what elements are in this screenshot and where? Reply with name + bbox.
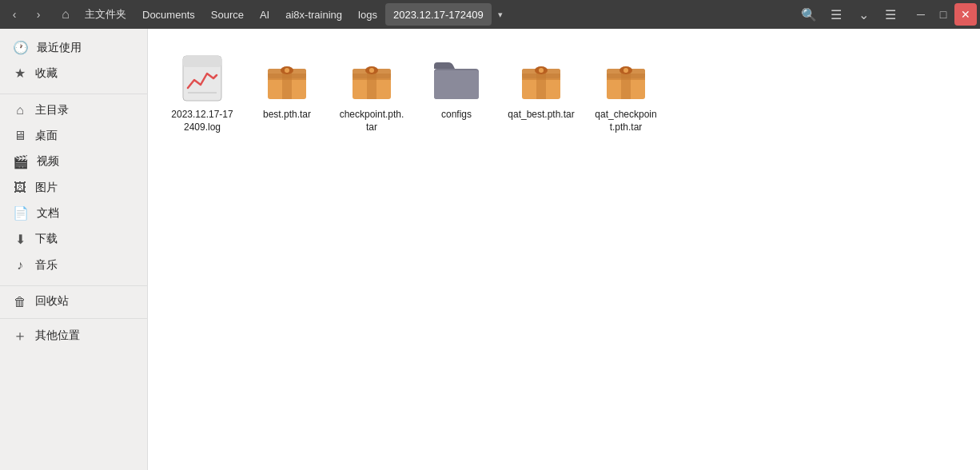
music-icon: ♪ <box>13 257 27 274</box>
qat-best-tar-label: qat_best.pth.tar <box>508 109 574 121</box>
toolbar-right: 🔍 ☰ ⌄ ☰ <box>796 3 903 26</box>
svg-point-28 <box>623 68 628 73</box>
search-button[interactable]: 🔍 <box>796 3 822 26</box>
titlebar: ‹ › ⌂ 主文件夹 Documents Source AI ai8x-trai… <box>0 0 980 29</box>
file-area: 2023.12.17-172409.log bes <box>148 29 980 470</box>
sidebar-label-trash: 回收站 <box>35 294 69 309</box>
breadcrumb-home[interactable]: 主文件夹 <box>77 3 134 26</box>
breadcrumb-documents[interactable]: Documents <box>134 3 203 26</box>
pictures-icon: 🖼 <box>13 179 27 197</box>
breadcrumb-dropdown[interactable]: ▾ <box>492 3 509 26</box>
checkpoint-tar-label: checkpoint.pth.tar <box>338 109 405 133</box>
recent-icon: 🕐 <box>13 39 29 57</box>
sidebar-label-documents: 文档 <box>37 206 59 221</box>
main-area: 🕐 最近使用 ★ 收藏 ⌂ 主目录 🖥 桌面 🎬 视频 🖼 <box>0 29 980 470</box>
view-toggle-button[interactable]: ⌄ <box>851 3 876 26</box>
sidebar-section-locations: ⌂ 主目录 🖥 桌面 🎬 视频 🖼 图片 📄 文档 ⬇ 下载 <box>0 98 147 279</box>
breadcrumb-source[interactable]: Source <box>203 3 252 26</box>
sidebar-item-desktop[interactable]: 🖥 桌面 <box>0 123 147 149</box>
home-dir-icon: ⌂ <box>13 102 27 119</box>
log-file-label: 2023.12.17-172409.log <box>169 109 236 133</box>
svg-point-22 <box>539 68 544 73</box>
video-icon: 🎬 <box>13 153 29 171</box>
sidebar-item-home[interactable]: ⌂ 主目录 <box>0 98 147 123</box>
trash-icon: 🗑 <box>13 293 27 311</box>
checkpoint-tar-icon <box>346 53 397 104</box>
documents-icon: 📄 <box>13 205 29 222</box>
best-tar-icon <box>261 53 313 104</box>
view-list-button[interactable]: ☰ <box>823 3 849 26</box>
sidebar-label-home: 主目录 <box>35 103 69 118</box>
menu-button[interactable]: ☰ <box>878 3 903 26</box>
breadcrumb-ai[interactable]: AI <box>252 3 277 26</box>
back-button[interactable]: ‹ <box>3 3 26 26</box>
sidebar-label-desktop: 桌面 <box>35 129 58 144</box>
forward-button[interactable]: › <box>27 3 50 26</box>
svg-rect-16 <box>434 70 479 99</box>
sidebar-item-trash[interactable]: 🗑 回收站 <box>0 289 147 315</box>
breadcrumb-ai8x[interactable]: ai8x-training <box>277 3 350 26</box>
sidebar-label-video: 视频 <box>37 154 59 169</box>
log-file-icon <box>177 53 228 104</box>
file-item-log[interactable]: 2023.12.17-172409.log <box>164 45 241 140</box>
sidebar-label-music: 音乐 <box>35 258 58 273</box>
breadcrumb-logs[interactable]: logs <box>350 3 385 26</box>
sidebar-item-documents[interactable]: 📄 文档 <box>0 201 147 226</box>
configs-folder-label: configs <box>441 109 472 121</box>
maximize-button[interactable]: □ <box>932 3 954 26</box>
sidebar-item-music[interactable]: ♪ 音乐 <box>0 253 147 278</box>
breadcrumb-current[interactable]: 2023.12.17-172409 <box>385 3 492 26</box>
svg-rect-1 <box>183 56 221 67</box>
sidebar-item-bookmarks[interactable]: ★ 收藏 <box>0 61 147 86</box>
sidebar-label-pictures: 图片 <box>35 181 58 196</box>
file-item-qat-best[interactable]: qat_best.pth.tar <box>503 45 580 140</box>
sidebar-label-downloads: 下载 <box>35 232 58 247</box>
sidebar-label-recent: 最近使用 <box>37 41 82 56</box>
minimize-button[interactable]: ─ <box>910 3 932 26</box>
sidebar-divider-2 <box>0 285 147 286</box>
sidebar-item-pictures[interactable]: 🖼 图片 <box>0 175 147 201</box>
sidebar-item-video[interactable]: 🎬 视频 <box>0 149 147 175</box>
svg-point-14 <box>369 68 374 73</box>
best-tar-label: best.pth.tar <box>263 109 311 121</box>
downloads-icon: ⬇ <box>13 231 27 249</box>
svg-point-8 <box>285 68 289 73</box>
home-icon[interactable]: ⌂ <box>54 3 77 26</box>
sidebar: 🕐 最近使用 ★ 收藏 ⌂ 主目录 🖥 桌面 🎬 视频 🖼 <box>0 29 148 470</box>
qat-best-tar-icon <box>516 53 567 104</box>
sidebar-item-other-locations[interactable]: ＋ 其他位置 <box>0 322 147 349</box>
desktop-icon: 🖥 <box>13 127 27 145</box>
file-item-qat-checkpoint[interactable]: qat_checkpoint.pth.tar <box>588 45 664 140</box>
configs-folder-icon <box>431 53 482 104</box>
bookmarks-icon: ★ <box>13 65 27 82</box>
nav-buttons: ‹ › <box>3 3 50 26</box>
window-buttons: ─ □ ✕ <box>910 3 977 26</box>
sidebar-section-places: 🕐 最近使用 ★ 收藏 <box>0 35 147 87</box>
breadcrumb-bar: ⌂ 主文件夹 Documents Source AI ai8x-training… <box>54 3 791 26</box>
qat-checkpoint-tar-icon <box>600 53 651 104</box>
sidebar-item-downloads[interactable]: ⬇ 下载 <box>0 227 147 253</box>
sidebar-label-bookmarks: 收藏 <box>35 66 58 82</box>
add-location-icon: ＋ <box>13 326 27 345</box>
qat-checkpoint-tar-label: qat_checkpoint.pth.tar <box>592 109 659 133</box>
file-item-best-tar[interactable]: best.pth.tar <box>249 45 325 140</box>
close-button[interactable]: ✕ <box>954 3 977 26</box>
sidebar-label-other: 其他位置 <box>35 329 80 343</box>
sidebar-divider-3 <box>0 318 147 319</box>
file-item-configs[interactable]: configs <box>418 45 495 140</box>
file-item-checkpoint-tar[interactable]: checkpoint.pth.tar <box>333 45 410 140</box>
sidebar-item-recent[interactable]: 🕐 最近使用 <box>0 35 147 61</box>
sidebar-divider-1 <box>0 94 147 94</box>
